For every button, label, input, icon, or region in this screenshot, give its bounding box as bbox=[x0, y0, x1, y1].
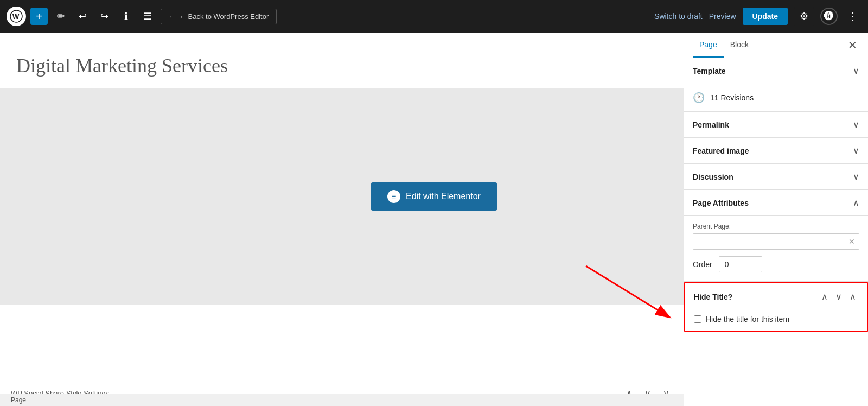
hide-title-minimize-button[interactable]: ∧ bbox=[847, 290, 858, 303]
add-block-button[interactable]: + bbox=[30, 8, 48, 25]
page-attributes-header[interactable]: Page Attributes ∧ bbox=[684, 190, 868, 216]
hide-title-collapse-up-button[interactable]: ∧ bbox=[819, 290, 830, 303]
order-label: Order bbox=[693, 260, 712, 269]
page-attributes-chevron-icon: ∧ bbox=[853, 198, 859, 208]
page-attributes-body: Parent Page: ✕ Order bbox=[684, 216, 868, 281]
featured-image-chevron-icon: ∨ bbox=[853, 145, 859, 156]
hide-title-label: Hide Title? bbox=[694, 293, 732, 301]
revisions-row[interactable]: 🕐 11 Revisions bbox=[684, 84, 868, 112]
tab-block[interactable]: Block bbox=[724, 33, 755, 58]
user-avatar-button[interactable]: 🅐 bbox=[820, 8, 838, 25]
discussion-section[interactable]: Discussion ∨ bbox=[684, 164, 868, 190]
edit-with-elementor-button[interactable]: Edit with Elementor bbox=[371, 182, 497, 211]
parent-page-label: Parent Page: bbox=[693, 223, 859, 230]
edit-icon-button[interactable]: ✏ bbox=[52, 8, 69, 25]
parent-page-input[interactable] bbox=[693, 233, 859, 250]
parent-page-field: Parent Page: ✕ bbox=[693, 223, 859, 250]
hide-title-collapse-down-button[interactable]: ∨ bbox=[833, 290, 844, 303]
settings-gear-button[interactable]: ⚙ bbox=[794, 7, 814, 26]
template-section-header[interactable]: Template ∨ bbox=[684, 58, 868, 84]
discussion-label: Discussion bbox=[693, 173, 733, 181]
topbar-right: Switch to draft Preview Update ⚙ 🅐 ⋮ bbox=[654, 7, 861, 26]
back-arrow-icon: ← bbox=[169, 12, 176, 21]
topbar: W + ✏ ↩ ↪ ℹ ☰ ← ← Back to WordPress Edit… bbox=[0, 0, 868, 33]
undo-button[interactable]: ↩ bbox=[74, 8, 91, 25]
elementor-icon bbox=[387, 190, 400, 203]
page-attributes-label: Page Attributes bbox=[693, 199, 749, 207]
template-label: Template bbox=[693, 67, 725, 75]
sidebar-tabs: Page Block ✕ bbox=[684, 33, 868, 58]
featured-image-section[interactable]: Featured image ∨ bbox=[684, 138, 868, 164]
list-view-button[interactable]: ☰ bbox=[139, 8, 156, 25]
more-options-button[interactable]: ⋮ bbox=[844, 8, 861, 25]
svg-text:W: W bbox=[12, 12, 20, 21]
template-chevron-icon: ∨ bbox=[853, 66, 859, 76]
hide-title-controls: ∧ ∨ ∧ bbox=[819, 290, 858, 303]
parent-page-clear-icon[interactable]: ✕ bbox=[848, 237, 855, 246]
page-type-label: Page bbox=[0, 394, 684, 406]
info-button[interactable]: ℹ bbox=[117, 8, 135, 25]
discussion-chevron-icon: ∨ bbox=[853, 172, 859, 182]
hide-title-checkbox-label: Hide the title for this item bbox=[706, 315, 789, 323]
update-button[interactable]: Update bbox=[743, 8, 788, 25]
permalink-chevron-icon: ∨ bbox=[853, 119, 859, 130]
permalink-section[interactable]: Permalink ∨ bbox=[684, 112, 868, 138]
page-attributes-section: Page Attributes ∧ Parent Page: ✕ Order bbox=[684, 190, 868, 282]
tab-page[interactable]: Page bbox=[693, 33, 724, 58]
redo-button[interactable]: ↪ bbox=[95, 8, 113, 25]
sidebar: Page Block ✕ Template ∨ 🕐 11 Revisions P… bbox=[684, 33, 868, 406]
order-row: Order bbox=[693, 256, 859, 272]
hide-title-body: Hide the title for this item bbox=[685, 310, 867, 331]
preview-link[interactable]: Preview bbox=[709, 12, 736, 21]
order-input[interactable] bbox=[719, 256, 762, 272]
switch-to-draft-link[interactable]: Switch to draft bbox=[654, 12, 703, 21]
main-layout: Digital Marketing Services Edit with Ele… bbox=[0, 33, 868, 406]
permalink-label: Permalink bbox=[693, 120, 729, 129]
hide-title-section: Hide Title? ∧ ∨ ∧ Hide the title for thi… bbox=[684, 282, 868, 332]
close-sidebar-button[interactable]: ✕ bbox=[846, 36, 859, 54]
featured-image-label: Featured image bbox=[693, 147, 749, 155]
revisions-text: 11 Revisions bbox=[710, 93, 754, 102]
wp-logo: W bbox=[7, 7, 26, 26]
parent-page-input-wrap: ✕ bbox=[693, 233, 859, 250]
hide-title-header[interactable]: Hide Title? ∧ ∨ ∧ bbox=[685, 283, 867, 310]
back-to-wp-editor-button[interactable]: ← ← Back to WordPress Editor bbox=[161, 9, 277, 24]
hide-title-checkbox[interactable] bbox=[694, 315, 701, 323]
clock-icon: 🕐 bbox=[693, 92, 705, 104]
template-section: Template ∨ bbox=[684, 58, 868, 84]
